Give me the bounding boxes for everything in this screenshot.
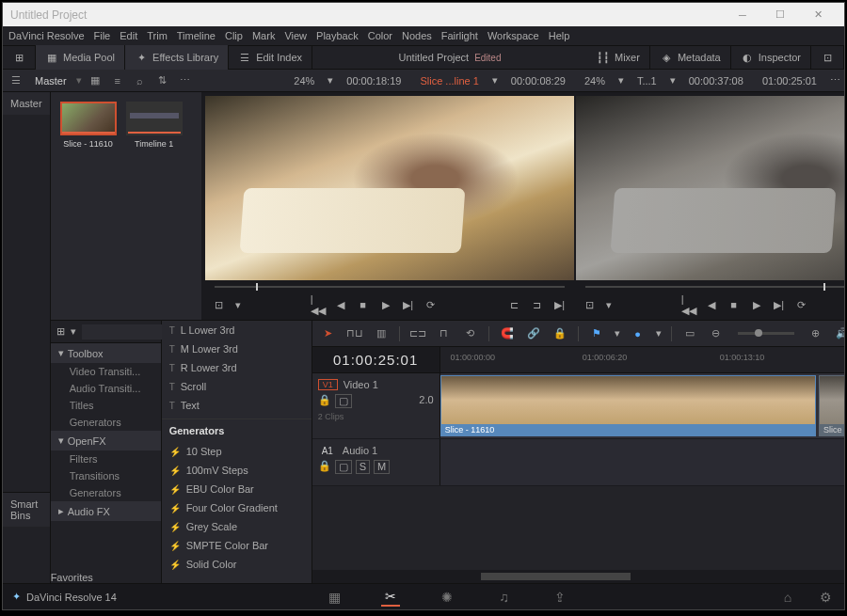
metadata-button[interactable]: ◈Metadata — [650, 45, 731, 70]
blade-tool[interactable]: ▥ — [373, 325, 390, 342]
menu-playback[interactable]: Playback — [316, 30, 359, 41]
color-page-button[interactable]: ✺ — [438, 588, 456, 607]
generator-item[interactable]: ⚡Grey Scale — [162, 517, 312, 536]
generator-item[interactable]: ⚡EBU Color Bar — [162, 480, 312, 498]
lock-icon[interactable]: 🔒 — [318, 394, 331, 408]
title-item[interactable]: TL Lower 3rd — [162, 321, 312, 340]
zoom-out-button[interactable]: ⊖ — [708, 325, 725, 342]
replace-tool[interactable]: ⟲ — [462, 325, 479, 342]
source-scrubber[interactable] — [205, 280, 574, 293]
timeline-timecode[interactable]: 01:00:25:01 — [312, 347, 440, 372]
lock-icon[interactable]: 🔒 — [318, 460, 331, 474]
menu-timeline[interactable]: Timeline — [177, 30, 216, 41]
media-page-button[interactable]: ▦ — [325, 588, 344, 607]
fx-item[interactable]: Titles — [51, 397, 161, 414]
menu-file[interactable]: File — [94, 30, 111, 41]
fairlight-page-button[interactable]: ♫ — [494, 588, 513, 607]
menu-color[interactable]: Color — [368, 30, 392, 41]
menu-edit[interactable]: Edit — [120, 30, 137, 41]
search-icon[interactable]: ⌕ — [131, 72, 150, 89]
menu-trim[interactable]: Trim — [147, 30, 168, 41]
prev-frame-button[interactable]: ◀ — [334, 298, 347, 311]
next-frame-button[interactable]: ▶| — [402, 298, 415, 311]
maximize-button[interactable]: ☐ — [761, 3, 799, 26]
next-frame-button[interactable]: ▶| — [773, 298, 786, 311]
mute-button[interactable]: M — [374, 460, 390, 474]
generator-item[interactable]: ⚡10 Step — [162, 442, 312, 461]
match-frame-icon[interactable]: ⊡ — [583, 298, 597, 311]
zoom-slider[interactable] — [738, 332, 794, 335]
track-enable-button[interactable]: ▢ — [335, 394, 352, 408]
selection-tool[interactable]: ➤ — [320, 325, 337, 342]
a1-tag[interactable]: A1 — [318, 446, 337, 456]
bin-master[interactable]: Master — [3, 92, 50, 115]
clip-thumbnail[interactable]: Slice - 11610 — [60, 102, 117, 149]
video-track-body[interactable]: Slice - 11610 Slice - 11610 — [440, 373, 844, 438]
view-options-button[interactable]: ▭ — [681, 325, 698, 342]
deliver-page-button[interactable]: ⇪ — [551, 588, 569, 607]
loop-button[interactable]: ⟳ — [424, 298, 438, 311]
menu-fairlight[interactable]: Fairlight — [441, 30, 478, 41]
settings-button[interactable]: ⚙ — [816, 588, 835, 607]
source-screen[interactable] — [205, 96, 574, 280]
flag-button[interactable]: ⚑ — [588, 325, 605, 342]
more-icon[interactable]: ⋯ — [176, 72, 195, 89]
effects-library-button[interactable]: ✦Effects Library — [125, 45, 229, 70]
v1-tag[interactable]: V1 — [318, 379, 338, 390]
title-item[interactable]: TScroll — [162, 377, 312, 396]
title-item[interactable]: TR Lower 3rd — [162, 358, 312, 377]
title-item[interactable]: TText — [162, 396, 312, 415]
minimize-button[interactable]: ─ — [724, 3, 761, 26]
track-enable-button[interactable]: ▢ — [335, 460, 352, 474]
bin-path[interactable]: Master — [29, 75, 72, 87]
marker-button[interactable]: ● — [630, 325, 647, 342]
loop-button[interactable]: ⟳ — [795, 298, 808, 311]
snap-button[interactable]: 🧲 — [499, 325, 516, 342]
options-icon[interactable]: ⋯ — [830, 74, 840, 87]
bin-view-icon[interactable]: ☰ — [7, 72, 25, 89]
close-button[interactable]: ✕ — [799, 3, 837, 26]
last-frame-button[interactable]: ▶| — [553, 298, 567, 311]
smart-bins-header[interactable]: Smart Bins — [3, 492, 50, 527]
menu-mark[interactable]: Mark — [252, 30, 275, 41]
list-view-icon[interactable]: ≡ — [108, 72, 127, 89]
menu-workspace[interactable]: Workspace — [487, 30, 539, 41]
menu-view[interactable]: View — [284, 30, 307, 41]
timeline-clip[interactable]: Slice - 11610 — [440, 375, 817, 436]
media-pool-button[interactable]: ▦Media Pool — [36, 45, 125, 70]
stop-button[interactable]: ■ — [357, 298, 370, 311]
generator-item[interactable]: ⚡SMPTE Color Bar — [162, 536, 312, 555]
toggle-panel-button[interactable]: ⊞ — [3, 45, 36, 70]
menu-clip[interactable]: Clip — [225, 30, 243, 41]
program-screen[interactable] — [576, 96, 844, 280]
play-button[interactable]: ▶ — [750, 298, 763, 311]
timeline-clip[interactable]: Slice - 11610 — [819, 375, 844, 436]
lock-button[interactable]: 🔒 — [551, 325, 568, 342]
fx-item[interactable]: Filters — [51, 450, 161, 467]
openfx-category[interactable]: ▾OpenFX — [51, 431, 161, 450]
mixer-button[interactable]: ┇┇Mixer — [587, 45, 650, 70]
fx-item[interactable]: Generators — [51, 484, 161, 501]
zoom-in-button[interactable]: ⊕ — [807, 325, 824, 342]
overwrite-tool[interactable]: ⊓ — [436, 325, 453, 342]
timeline-thumbnail[interactable]: Timeline 1 — [126, 102, 183, 149]
menu-nodes[interactable]: Nodes — [402, 30, 432, 41]
title-item[interactable]: TM Lower 3rd — [162, 340, 312, 358]
panel-icon[interactable]: ⊞ — [56, 325, 65, 338]
video-track-header[interactable]: V1Video 1 🔒▢2.0 2 Clips — [312, 373, 440, 438]
timeline-scrollbar[interactable] — [312, 570, 844, 583]
audio-track-header[interactable]: A1Audio 1 🔒▢SM — [312, 439, 440, 485]
speaker-icon[interactable]: 🔊 — [834, 325, 844, 342]
generator-item[interactable]: ⚡100mV Steps — [162, 461, 312, 480]
timeline-label[interactable]: T...1 — [631, 75, 663, 87]
first-frame-button[interactable]: |◀◀ — [312, 298, 325, 311]
match-frame-icon[interactable]: ⊡ — [213, 298, 226, 311]
fx-item[interactable]: Generators — [51, 414, 161, 431]
sort-icon[interactable]: ⇅ — [153, 72, 172, 89]
program-scrubber[interactable] — [576, 280, 844, 293]
in-point-button[interactable]: ⊏ — [508, 298, 521, 311]
out-point-button[interactable]: ⊐ — [531, 298, 544, 311]
edit-page-button[interactable]: ✂ — [381, 588, 400, 607]
toolbox-category[interactable]: ▾Toolbox — [51, 343, 161, 363]
link-button[interactable]: 🔗 — [525, 325, 542, 342]
